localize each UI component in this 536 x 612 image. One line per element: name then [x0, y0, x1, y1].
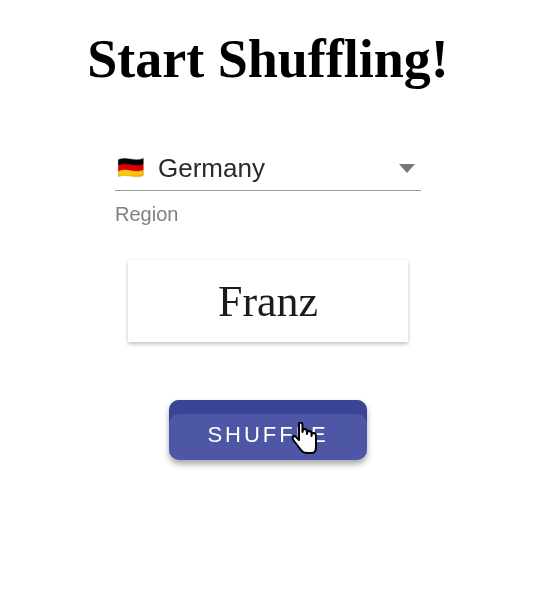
chevron-down-icon [399, 164, 415, 173]
page-title: Start Shuffling! [87, 28, 449, 90]
region-select-value: Germany [158, 153, 399, 184]
shuffle-button[interactable]: SHUFFLE [169, 400, 367, 460]
region-select[interactable]: 🇩🇪 Germany Region [115, 146, 421, 226]
shuffle-button-label: SHUFFLE [207, 422, 328, 448]
region-select-label: Region [115, 203, 421, 226]
germany-flag-icon: 🇩🇪 [117, 157, 144, 179]
result-name: Franz [218, 276, 318, 327]
region-select-row[interactable]: 🇩🇪 Germany [115, 146, 421, 191]
result-card: Franz [128, 260, 408, 342]
